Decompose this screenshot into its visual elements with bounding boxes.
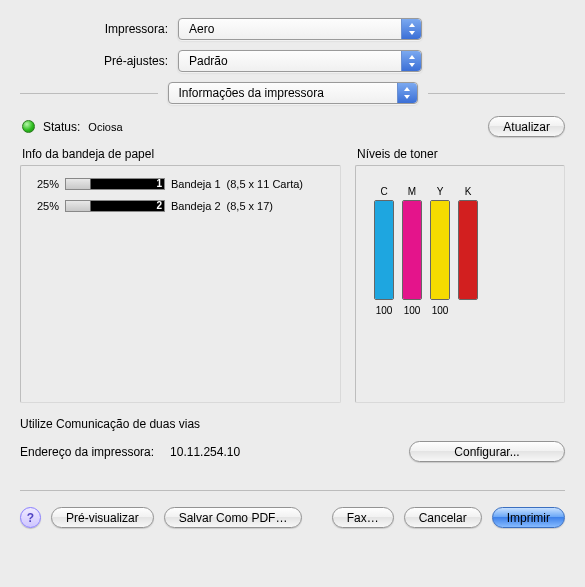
toner-label: C [380, 186, 387, 197]
toner-bar [430, 200, 450, 300]
toner-panel-title: Níveis de toner [355, 147, 565, 161]
tray-pct: 25% [29, 178, 59, 190]
printer-address-label: Endereço da impressora: [20, 445, 154, 459]
toner-col-y: Y 100 [430, 186, 450, 316]
toner-col-m: M 100 [402, 186, 422, 316]
tray-name: Bandeja 1 [171, 178, 221, 190]
save-as-pdf-button[interactable]: Salvar Como PDF… [164, 507, 303, 528]
toner-label: M [408, 186, 416, 197]
tray-fill [66, 179, 91, 189]
toner-col-k: K [458, 186, 478, 305]
toner-label: Y [437, 186, 444, 197]
configure-button[interactable]: Configurar... [409, 441, 565, 462]
tray-bar: 2 [65, 200, 165, 212]
toner-bar [402, 200, 422, 300]
presets-value: Padrão [189, 54, 228, 68]
tray-panel-title: Info da bandeja de papel [20, 147, 341, 161]
divider [20, 490, 565, 491]
twoway-title: Utilize Comunicação de duas vias [20, 417, 565, 431]
toner-chart: C 100 M 100 Y 100 K [364, 178, 556, 316]
print-button[interactable]: Imprimir [492, 507, 565, 528]
status-value: Ociosa [88, 121, 122, 133]
tray-number: 2 [156, 200, 162, 211]
toner-fill [459, 201, 477, 299]
preview-button[interactable]: Pré-visualizar [51, 507, 154, 528]
tray-spec: (8,5 x 17) [227, 200, 273, 212]
tray-spec: (8,5 x 11 Carta) [227, 178, 303, 190]
toner-bar [458, 200, 478, 300]
tray-row: 25% 1 Bandeja 1 (8,5 x 11 Carta) [29, 178, 332, 190]
toner-label: K [465, 186, 472, 197]
presets-dropdown[interactable]: Padrão [178, 50, 422, 72]
category-dropdown[interactable]: Informações da impressora [168, 82, 418, 104]
refresh-button[interactable]: Atualizar [488, 116, 565, 137]
status-indicator-icon [22, 120, 35, 133]
toner-value: 100 [376, 305, 393, 316]
presets-label: Pré-ajustes: [20, 54, 178, 68]
toner-fill [431, 201, 449, 299]
chevron-updown-icon [401, 51, 421, 71]
printer-value: Aero [189, 22, 214, 36]
toner-bar [374, 200, 394, 300]
printer-address-value: 10.11.254.10 [170, 445, 240, 459]
tray-row: 25% 2 Bandeja 2 (8,5 x 17) [29, 200, 332, 212]
fax-button[interactable]: Fax… [332, 507, 394, 528]
tray-panel: 25% 1 Bandeja 1 (8,5 x 11 Carta) 25% 2 B… [20, 165, 341, 403]
help-button[interactable]: ? [20, 507, 41, 528]
toner-col-c: C 100 [374, 186, 394, 316]
toner-fill [403, 201, 421, 299]
tray-number: 1 [156, 178, 162, 189]
cancel-button[interactable]: Cancelar [404, 507, 482, 528]
tray-bar: 1 [65, 178, 165, 190]
chevron-updown-icon [397, 83, 417, 103]
tray-fill [66, 201, 91, 211]
status-label: Status: [43, 120, 80, 134]
divider [428, 93, 566, 94]
tray-pct: 25% [29, 200, 59, 212]
category-value: Informações da impressora [179, 86, 324, 100]
toner-panel: C 100 M 100 Y 100 K [355, 165, 565, 403]
tray-name: Bandeja 2 [171, 200, 221, 212]
printer-label: Impressora: [20, 22, 178, 36]
printer-dropdown[interactable]: Aero [178, 18, 422, 40]
chevron-updown-icon [401, 19, 421, 39]
divider [20, 93, 158, 94]
toner-value: 100 [432, 305, 449, 316]
toner-value: 100 [404, 305, 421, 316]
toner-fill [375, 201, 393, 299]
